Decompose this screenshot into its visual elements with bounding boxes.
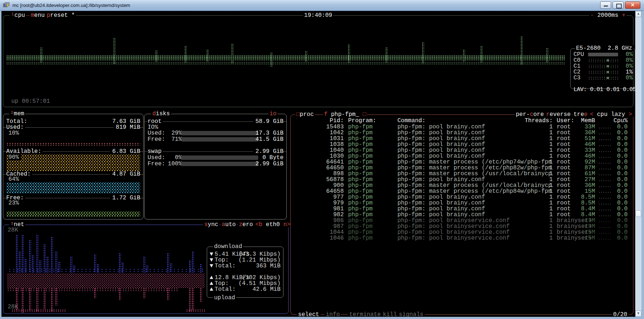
download-speed-bits: (43.3 Kibps): [239, 251, 281, 257]
column-threads[interactable]: Threads:: [517, 118, 553, 124]
disk-root-used-row: Used:29%17.3 GiB: [148, 130, 283, 136]
process-row[interactable]: 898 php-fpm php-fpm: master process (/us…: [291, 171, 633, 177]
interface-prev-button[interactable]: <b: [255, 221, 262, 228]
column-memb[interactable]: MemB: [568, 118, 595, 124]
process-row[interactable]: 1042 php-fpm php-fpm: pool brainy.conf 1…: [291, 130, 633, 136]
interval-increase-button[interactable]: +: [622, 12, 625, 19]
upload-graph-bar: [16, 288, 18, 311]
window-border-bottom: [0, 317, 644, 319]
process-row[interactable]: 1046 php-fpm php-fpm: pool brainyservice…: [291, 235, 633, 241]
io-mode-button[interactable]: io: [268, 111, 278, 117]
upload-graph-bar: [55, 288, 57, 305]
net-sync-button[interactable]: sync: [203, 222, 219, 228]
process-pid: 1044: [294, 229, 344, 235]
close-button[interactable]: [625, 1, 640, 9]
terminal-scrollbar[interactable]: ▲ ▼: [635, 11, 641, 317]
menu-label: enu: [34, 12, 45, 19]
memory-box: ²mem Total:7.63 GiB Used:819 MiB 10% Ava…: [3, 114, 144, 219]
process-threads: 1: [517, 194, 553, 200]
minimize-button[interactable]: [600, 1, 611, 9]
process-search-field[interactable]: f php-fpm_ □: [323, 112, 367, 117]
upload-speed-bits: (102 Kibps): [242, 275, 281, 281]
process-cpu: 0.0: [598, 235, 628, 241]
scrollbar-down-icon[interactable]: ▼: [635, 311, 641, 317]
upload-graph-bar: [143, 288, 145, 298]
upload-graph-bar: [189, 288, 191, 312]
process-row[interactable]: 979 php-fpm php-fpm: pool brainy.conf 1 …: [291, 200, 633, 206]
download-total-label: Total:: [215, 263, 236, 269]
process-row[interactable]: 1038 php-fpm php-fpm: pool brainy.conf 1…: [291, 142, 633, 147]
process-row[interactable]: 977 php-fpm php-fpm: pool brainy.conf 1 …: [291, 194, 633, 200]
sort-prev-button[interactable]: <: [590, 111, 594, 118]
tree-toggle[interactable]: tree: [572, 112, 588, 117]
scrollbar-up-icon[interactable]: ▲: [635, 11, 641, 17]
process-row[interactable]: 1040 php-fpm php-fpm: pool brainy.conf 1…: [291, 147, 633, 153]
process-program: php-fpm: [348, 177, 396, 183]
process-row[interactable]: 64650 php-fpm php-fpm: master process (/…: [291, 165, 633, 171]
menu-button[interactable]: menu: [30, 12, 46, 18]
menu-hotkey: m: [31, 12, 34, 19]
process-program: php-fpm: [348, 229, 396, 235]
interval-decrease-button[interactable]: -: [590, 12, 594, 19]
process-threads: 1: [517, 229, 553, 235]
sort-mode-label: cpu lazy: [597, 111, 625, 118]
interface-next-button[interactable]: n>: [283, 221, 290, 228]
process-row[interactable]: 56878 php-fpm php-fpm: pool brainy.conf …: [291, 177, 633, 183]
cpu-meter-name: C3: [573, 75, 580, 81]
process-row[interactable]: 64658 php-fpm php-fpm: master process (/…: [291, 188, 633, 194]
download-arrow-icon: ▼: [210, 263, 213, 269]
preset-button[interactable]: preset *: [46, 12, 76, 18]
process-row[interactable]: 64641 php-fpm php-fpm: master process (/…: [291, 159, 633, 165]
network-traffic-graph: [6, 229, 205, 312]
download-graph-bar: [19, 251, 21, 273]
disks-hotkey: d: [152, 110, 156, 117]
process-row[interactable]: 15483 php-fpm php-fpm: pool brainy.conf …: [291, 124, 633, 130]
maximize-button[interactable]: [613, 1, 624, 9]
download-top-value: (1.21 Mibps): [239, 257, 281, 263]
scrollbar-thumb[interactable]: [636, 210, 641, 217]
download-graph-bar: [73, 265, 75, 273]
cpu-box-title[interactable]: ¹cpu: [10, 12, 26, 18]
process-pid: 1038: [294, 142, 344, 147]
cpu-usage-graph: [6, 41, 565, 93]
process-row[interactable]: 987 php-fpm php-fpm: pool brainyservice.…: [291, 224, 633, 229]
process-row[interactable]: 1044 php-fpm php-fpm: pool brainyservice…: [291, 229, 633, 235]
process-cpu: 0.0: [598, 171, 628, 177]
process-program: php-fpm: [348, 136, 396, 142]
proc-collapse-icon[interactable]: □: [296, 111, 300, 118]
process-row[interactable]: 986 php-fpm php-fpm: pool brainyservice.…: [291, 218, 633, 224]
net-auto-button[interactable]: auto: [221, 222, 237, 228]
process-cpu: 0.0: [598, 212, 628, 218]
download-graph-bar: [36, 234, 38, 273]
process-row[interactable]: 1031 php-fpm php-fpm: pool brainy.conf 1…: [291, 136, 633, 142]
process-row[interactable]: 900 php-fpm php-fpm: master process (/us…: [291, 183, 633, 188]
zero-label: ero: [243, 221, 253, 228]
mem-available-value: 6.83 GiB: [110, 149, 140, 154]
swap-used-bar: [182, 155, 258, 160]
process-row[interactable]: 1030 php-fpm php-fpm: pool brainy.conf 1…: [291, 153, 633, 159]
cpu-frequency: 2.8 GHz: [607, 45, 632, 52]
process-mem: 8.4M: [568, 212, 595, 218]
sort-selector: < cpu lazy >: [589, 112, 633, 117]
process-pid: 979: [294, 200, 344, 206]
download-graph-bar: [146, 265, 148, 273]
process-row[interactable]: 982 php-fpm php-fpm: pool brainy.conf 1 …: [291, 212, 633, 218]
upload-graph-bar: [36, 288, 38, 312]
disk-swap-name: swap: [148, 148, 163, 155]
window-titlebar[interactable]: mc [root@ub24.itdeveloper.com.ua]:/lib/s…: [0, 0, 644, 11]
column-cpu[interactable]: Cpu%: [598, 118, 628, 124]
net-zero-button[interactable]: zero: [238, 222, 254, 228]
mem-box-title[interactable]: ²mem: [9, 111, 25, 117]
column-program[interactable]: Program:: [348, 118, 396, 124]
process-mem: 15M: [568, 188, 595, 194]
swap-free-percent: 100%: [165, 161, 182, 167]
per-core-toggle[interactable]: per-core: [515, 112, 545, 117]
upload-graph-bottom-left: [11, 309, 66, 312]
proc-box-title[interactable]: □proc: [295, 112, 315, 117]
column-pid[interactable]: Pid:: [294, 118, 344, 124]
reverse-toggle[interactable]: reverse: [545, 112, 572, 117]
process-threads: 1: [517, 136, 553, 142]
sort-next-button[interactable]: >: [629, 111, 632, 118]
disks-box-title[interactable]: disks: [151, 111, 171, 117]
process-row[interactable]: 981 php-fpm php-fpm: pool brainy.conf 1 …: [291, 206, 633, 212]
